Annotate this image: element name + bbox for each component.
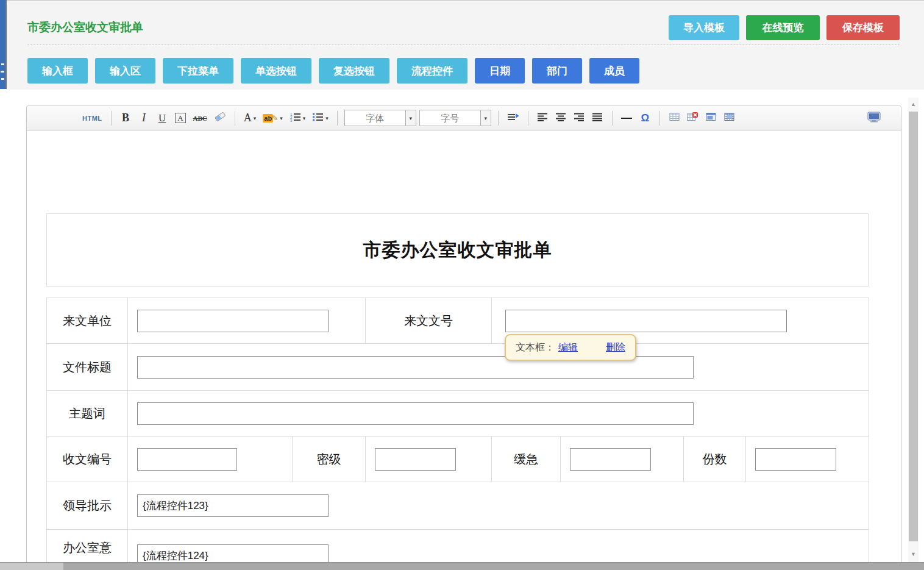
italic-button[interactable]: I — [137, 110, 152, 126]
horizontal-rule-icon — [621, 118, 632, 119]
table-properties-icon — [706, 112, 716, 124]
insert-table-button[interactable] — [667, 110, 682, 126]
scrollbar[interactable]: ▲ ▼ — [908, 98, 919, 562]
strip-mark — [1, 71, 4, 73]
underline-button[interactable]: U — [155, 110, 170, 126]
font-size-select[interactable]: 字号 ▾ — [419, 110, 491, 126]
monitor-icon — [867, 112, 881, 125]
toolbar-separator — [337, 111, 338, 126]
table-icon — [669, 112, 680, 124]
urgency-label: 缓急 — [492, 436, 561, 482]
urgency-input[interactable] — [570, 448, 651, 471]
align-left-icon — [537, 113, 548, 124]
unordered-list-button[interactable]: ▾ — [310, 110, 330, 126]
delete-table-button[interactable] — [685, 110, 700, 126]
font-size-value: 字号 — [420, 110, 480, 126]
font-color-icon: A — [244, 112, 252, 124]
table-cell — [128, 344, 869, 391]
left-window-strip — [0, 0, 5, 89]
toolbar-separator — [111, 111, 112, 126]
table-row: 收文编号 密级 缓急 份数 — [47, 436, 869, 482]
remove-format-button[interactable] — [212, 110, 228, 126]
add-dropdown-button[interactable]: 下拉菜单 — [163, 58, 233, 84]
font-size-dropdown-button[interactable]: ▾ — [480, 110, 491, 126]
add-department-button[interactable]: 部门 — [532, 58, 582, 84]
align-left-button[interactable] — [535, 110, 550, 126]
unordered-list-icon — [312, 112, 324, 124]
add-flow-control-button[interactable]: 流程控件 — [397, 58, 467, 84]
document-title-box: 市委办公室收文审批单 — [46, 213, 869, 287]
font-color-button[interactable]: A ▾ — [242, 110, 258, 126]
bold-button[interactable]: B — [118, 110, 133, 126]
table-properties-button[interactable] — [703, 110, 719, 126]
font-family-dropdown-button[interactable]: ▾ — [405, 110, 416, 126]
indent-icon — [507, 113, 519, 124]
add-date-button[interactable]: 日期 — [475, 58, 525, 84]
chevron-down-icon: ▾ — [325, 115, 329, 121]
cell-properties-button[interactable] — [722, 110, 737, 126]
table-cell — [561, 436, 684, 482]
align-center-button[interactable] — [553, 110, 569, 126]
strikethrough-button[interactable]: ABC — [191, 110, 209, 126]
subject-word-input[interactable] — [137, 402, 694, 425]
secrecy-level-label: 密级 — [293, 436, 366, 482]
horizontal-rule-button[interactable] — [619, 110, 634, 126]
receipt-number-label: 收文编号 — [47, 436, 128, 482]
delete-link[interactable]: 删除 — [606, 341, 625, 354]
incoming-number-label: 来文文号 — [366, 298, 492, 344]
left-strip-border — [5, 0, 7, 89]
scroll-down-arrow[interactable]: ▼ — [908, 549, 919, 560]
copies-input[interactable] — [755, 448, 836, 471]
online-preview-button[interactable]: 在线预览 — [746, 15, 820, 40]
incoming-number-input[interactable] — [505, 310, 787, 332]
align-center-icon — [555, 113, 566, 124]
char-border-icon: A — [175, 113, 185, 123]
table-delete-icon — [687, 112, 698, 124]
header-divider — [27, 45, 900, 45]
add-radio-button[interactable]: 单选按钮 — [241, 58, 311, 84]
incoming-unit-input[interactable] — [137, 310, 329, 332]
highlight-color-button[interactable]: ab ✎ ▾ — [261, 110, 284, 126]
table-cell — [128, 482, 869, 530]
align-justify-button[interactable] — [590, 110, 605, 126]
align-right-button[interactable] — [572, 110, 587, 126]
secrecy-level-input[interactable] — [375, 448, 456, 471]
indent-button[interactable] — [505, 110, 521, 126]
page-title: 市委办公室收文审批单 — [27, 20, 143, 35]
add-checkbox-button[interactable]: 复选按钮 — [319, 58, 389, 84]
fullscreen-button[interactable] — [865, 110, 883, 126]
save-template-button[interactable]: 保存模板 — [826, 15, 900, 40]
add-textarea-button[interactable]: 输入区 — [95, 58, 155, 84]
html-source-button[interactable]: HTML — [80, 110, 104, 126]
chevron-down-icon: ▾ — [485, 115, 488, 121]
window-bottom-bar — [0, 562, 924, 570]
edit-link[interactable]: 编辑 — [558, 341, 578, 354]
add-input-box-button[interactable]: 输入框 — [27, 58, 88, 84]
table-cell — [128, 391, 869, 436]
incoming-unit-label: 来文单位 — [47, 298, 128, 344]
toolbar-separator — [659, 111, 660, 126]
document-title: 市委办公室收文审批单 — [363, 238, 552, 263]
table-row: 来文单位 来文文号 — [47, 298, 869, 344]
leader-instruction-input[interactable] — [137, 494, 329, 517]
table-row: 领导批示 — [47, 482, 869, 530]
special-char-button[interactable]: Ω — [638, 110, 653, 126]
scrollbar-thumb[interactable] — [909, 112, 918, 541]
import-template-button[interactable]: 导入模板 — [669, 15, 739, 40]
ordered-list-icon: 123 — [290, 112, 301, 124]
toolbar-separator — [528, 111, 528, 126]
add-member-button[interactable]: 成员 — [589, 58, 639, 84]
font-family-select[interactable]: 字体 ▾ — [344, 110, 416, 126]
receipt-number-input[interactable] — [137, 448, 237, 471]
toolbar-separator — [612, 111, 613, 126]
table-row: 文件标题 — [47, 344, 869, 391]
align-justify-icon — [592, 113, 603, 124]
table-cell — [366, 436, 492, 482]
toolbar-separator — [498, 111, 499, 126]
scroll-up-arrow[interactable]: ▲ — [908, 99, 919, 110]
char-border-button[interactable]: A — [173, 110, 188, 126]
cell-properties-icon — [724, 112, 734, 124]
editor-toolbar: HTML B I U A ABC A ▾ ab ✎ ▾ 123 ▾ ▾ 字体 — [27, 105, 901, 131]
ordered-list-button[interactable]: 123 ▾ — [288, 110, 308, 126]
editor-content-area[interactable]: 市委办公室收文审批单 来文单位 来文文号 文件标题 主题词 收文编 — [27, 131, 901, 570]
